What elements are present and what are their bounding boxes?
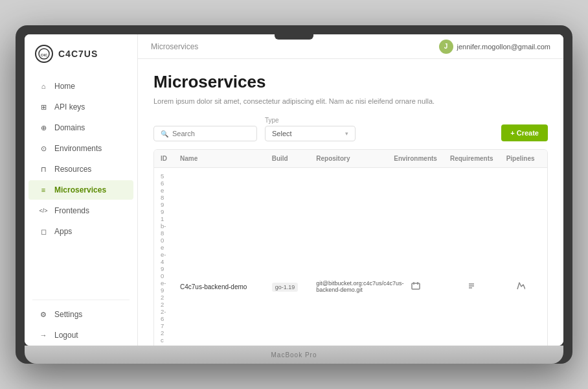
cell-requirements[interactable] — [444, 168, 500, 346]
laptop-brand: MacBook Pro — [271, 351, 317, 359]
filters-row: 🔍 Type Select ▾ + Create — [153, 117, 548, 141]
col-repository: Repository — [310, 150, 387, 168]
cell-id: 56e8991b-80ee-490e-9222-672c005e2609 — [154, 168, 174, 346]
search-input[interactable] — [172, 130, 250, 137]
microservices-table: ID Name Build Repository Environments Re… — [153, 149, 548, 346]
col-build: Build — [266, 150, 310, 168]
sidebar-item-home[interactable]: ⌂ Home — [28, 77, 133, 96]
apps-icon: ◻ — [39, 227, 48, 236]
breadcrumb: Microservices — [151, 42, 198, 51]
sidebar-label-environments: Environments — [54, 144, 102, 153]
sidebar-label-resources: Resources — [54, 165, 91, 174]
sidebar-label-domains: Domains — [54, 123, 85, 132]
logo-area: C4C C4C7US — [25, 45, 137, 76]
cell-actions-menu[interactable]: ⋮ — [541, 168, 548, 346]
sidebar-item-logout[interactable]: → Logout — [28, 325, 133, 345]
laptop-base: MacBook Pro — [25, 346, 563, 364]
laptop-frame: C4C C4C7US ⌂ Home ⊞ API keys ⊕ Domains — [16, 25, 572, 364]
table-row: 56e8991b-80ee-490e-9222-672c005e2609 C4c… — [154, 168, 548, 346]
page-description: Lorem ipsum dolor sit amet, consectetur … — [153, 97, 548, 105]
sidebar-label-apps: Apps — [54, 227, 72, 236]
nav-items: ⌂ Home ⊞ API keys ⊕ Domains ⊙ Environmen… — [25, 76, 137, 346]
chevron-down-icon: ▾ — [345, 130, 348, 137]
sidebar-item-api-keys[interactable]: ⊞ API keys — [28, 97, 133, 117]
laptop-screen: C4C C4C7US ⌂ Home ⊞ API keys ⊕ Domains — [25, 34, 563, 346]
table-header-row: ID Name Build Repository Environments Re… — [154, 150, 548, 168]
col-environments: Environments — [387, 150, 444, 168]
search-filter-group: 🔍 — [153, 126, 257, 141]
cell-pipelines[interactable] — [500, 168, 541, 346]
api-keys-icon: ⊞ — [39, 102, 48, 112]
page-body: Microservices Lorem ipsum dolor sit amet… — [138, 59, 563, 346]
user-area: J jennifer.mogollon@gmail.com — [439, 40, 550, 54]
cell-environments[interactable] — [387, 168, 444, 346]
svg-text:C4C: C4C — [41, 53, 47, 57]
logo-text: C4C7US — [58, 49, 98, 59]
cell-build: go-1.19 — [266, 168, 310, 346]
resources-icon: ⊓ — [39, 165, 48, 174]
col-name: Name — [174, 150, 266, 168]
sidebar: C4C C4C7US ⌂ Home ⊞ API keys ⊕ Domains — [25, 34, 138, 346]
col-id: ID — [154, 150, 174, 168]
search-icon: 🔍 — [161, 130, 168, 137]
logout-icon: → — [39, 331, 48, 340]
avatar: J — [439, 40, 453, 54]
sidebar-label-microservices: Microservices — [54, 185, 106, 194]
search-box[interactable]: 🔍 — [153, 126, 257, 141]
sidebar-item-settings[interactable]: ⚙ Settings — [28, 305, 133, 324]
sidebar-label-frontends: Frontends — [54, 206, 89, 215]
col-pipelines: Pipelines — [500, 150, 541, 168]
sidebar-label-logout: Logout — [54, 331, 78, 340]
home-icon: ⌂ — [39, 82, 48, 91]
frontends-icon: </> — [39, 206, 48, 215]
sidebar-label-api-keys: API keys — [54, 102, 85, 112]
sidebar-item-environments[interactable]: ⊙ Environments — [28, 139, 133, 158]
sidebar-item-frontends[interactable]: </> Frontends — [28, 201, 133, 220]
type-filter-label: Type — [265, 117, 356, 124]
microservices-icon: ≡ — [39, 185, 48, 194]
settings-icon: ⚙ — [39, 310, 48, 319]
type-filter-group: Type Select ▾ — [265, 117, 356, 141]
sidebar-item-resources[interactable]: ⊓ Resources — [28, 159, 133, 179]
sidebar-item-microservices[interactable]: ≡ Microservices — [28, 180, 133, 200]
sidebar-label-home: Home — [54, 82, 75, 91]
page-title: Microservices — [153, 72, 548, 92]
environments-icon: ⊙ — [39, 144, 48, 153]
laptop-notch — [275, 34, 313, 40]
sidebar-item-apps[interactable]: ◻ Apps — [28, 222, 133, 241]
col-actions: Actions — [541, 150, 548, 168]
select-value: Select — [272, 130, 292, 137]
col-requirements: Requirements — [444, 150, 500, 168]
create-button[interactable]: + Create — [501, 124, 548, 141]
main-content: Microservices J jennifer.mogollon@gmail.… — [138, 34, 563, 346]
sidebar-item-domains[interactable]: ⊕ Domains — [28, 118, 133, 137]
domains-icon: ⊕ — [39, 123, 48, 132]
cell-name: C4c7us-backend-demo — [174, 168, 266, 346]
cell-repo: git@bitbucket.org:c4c7us/c4c7us-backend-… — [310, 168, 387, 346]
nav-divider — [32, 300, 130, 300]
topbar: Microservices J jennifer.mogollon@gmail.… — [138, 34, 563, 59]
logo-icon: C4C — [35, 45, 53, 63]
svg-rect-2 — [412, 283, 420, 289]
type-select[interactable]: Select ▾ — [265, 126, 356, 141]
sidebar-label-settings: Settings — [54, 310, 82, 319]
user-email: jennifer.mogollon@gmail.com — [457, 43, 550, 51]
